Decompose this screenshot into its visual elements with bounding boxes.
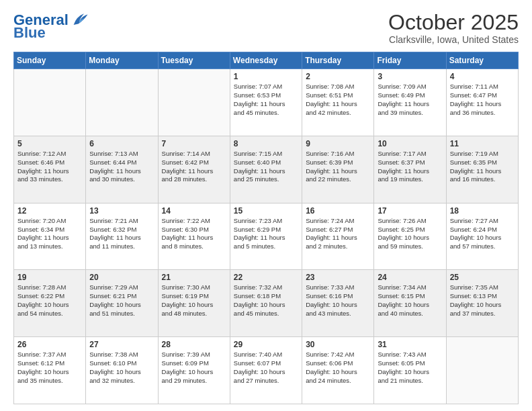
calendar-day-3: 3Sunrise: 7:09 AM Sunset: 6:49 PM Daylig… — [374, 69, 446, 136]
calendar-day-31: 31Sunrise: 7:43 AM Sunset: 6:05 PM Dayli… — [374, 337, 446, 404]
day-info: Sunrise: 7:15 AM Sunset: 6:40 PM Dayligh… — [234, 150, 298, 184]
day-info: Sunrise: 7:22 AM Sunset: 6:30 PM Dayligh… — [162, 217, 226, 251]
day-info: Sunrise: 7:35 AM Sunset: 6:13 PM Dayligh… — [450, 283, 515, 318]
day-info: Sunrise: 7:16 AM Sunset: 6:39 PM Dayligh… — [306, 150, 370, 184]
calendar-week-row: 5Sunrise: 7:12 AM Sunset: 6:46 PM Daylig… — [14, 136, 519, 203]
calendar-day-6: 6Sunrise: 7:13 AM Sunset: 6:44 PM Daylig… — [86, 136, 158, 203]
day-number: 30 — [306, 340, 370, 349]
calendar-day-14: 14Sunrise: 7:22 AM Sunset: 6:30 PM Dayli… — [158, 203, 230, 270]
month-title: October 2025 — [388, 11, 519, 34]
day-number: 1 — [234, 72, 298, 81]
title-block: October 2025 Clarksville, Iowa, United S… — [388, 11, 519, 45]
day-info: Sunrise: 7:08 AM Sunset: 6:51 PM Dayligh… — [306, 83, 370, 117]
calendar-day-5: 5Sunrise: 7:12 AM Sunset: 6:46 PM Daylig… — [14, 136, 86, 203]
calendar-day-11: 11Sunrise: 7:19 AM Sunset: 6:35 PM Dayli… — [446, 136, 518, 203]
day-info: Sunrise: 7:11 AM Sunset: 6:47 PM Dayligh… — [450, 83, 515, 117]
calendar-day-22: 22Sunrise: 7:32 AM Sunset: 6:18 PM Dayli… — [230, 270, 302, 337]
day-number: 13 — [89, 206, 154, 216]
day-number: 14 — [162, 206, 226, 216]
calendar-day-2: 2Sunrise: 7:08 AM Sunset: 6:51 PM Daylig… — [302, 69, 374, 136]
day-info: Sunrise: 7:26 AM Sunset: 6:25 PM Dayligh… — [378, 217, 442, 251]
day-info: Sunrise: 7:23 AM Sunset: 6:29 PM Dayligh… — [234, 217, 298, 251]
day-number: 7 — [162, 139, 226, 148]
calendar-day-7: 7Sunrise: 7:14 AM Sunset: 6:42 PM Daylig… — [158, 136, 230, 203]
calendar-header-thursday: Thursday — [302, 52, 374, 69]
calendar-day-29: 29Sunrise: 7:40 AM Sunset: 6:07 PM Dayli… — [230, 337, 302, 404]
calendar-header-friday: Friday — [374, 52, 446, 69]
calendar-day-15: 15Sunrise: 7:23 AM Sunset: 6:29 PM Dayli… — [230, 203, 302, 270]
day-number: 11 — [450, 139, 515, 148]
calendar-week-row: 12Sunrise: 7:20 AM Sunset: 6:34 PM Dayli… — [14, 203, 519, 270]
calendar-header-saturday: Saturday — [446, 52, 518, 69]
calendar-day-empty — [446, 337, 518, 404]
logo-bird-icon — [70, 11, 89, 30]
calendar-day-16: 16Sunrise: 7:24 AM Sunset: 6:27 PM Dayli… — [302, 203, 374, 270]
day-number: 24 — [378, 273, 442, 282]
day-number: 29 — [234, 340, 298, 349]
calendar-day-empty — [158, 69, 230, 136]
day-info: Sunrise: 7:33 AM Sunset: 6:16 PM Dayligh… — [306, 283, 370, 318]
day-number: 15 — [234, 206, 298, 216]
logo: General Blue — [13, 11, 89, 39]
calendar-day-18: 18Sunrise: 7:27 AM Sunset: 6:24 PM Dayli… — [446, 203, 518, 270]
day-number: 22 — [234, 273, 298, 282]
day-info: Sunrise: 7:21 AM Sunset: 6:32 PM Dayligh… — [89, 217, 154, 251]
day-info: Sunrise: 7:30 AM Sunset: 6:19 PM Dayligh… — [162, 283, 226, 318]
calendar-header-row: SundayMondayTuesdayWednesdayThursdayFrid… — [14, 52, 519, 69]
location: Clarksville, Iowa, United States — [388, 34, 519, 45]
day-number: 8 — [234, 139, 298, 148]
day-number: 16 — [306, 206, 370, 216]
calendar-day-21: 21Sunrise: 7:30 AM Sunset: 6:19 PM Dayli… — [158, 270, 230, 337]
logo-blue: Blue — [13, 27, 46, 39]
day-info: Sunrise: 7:40 AM Sunset: 6:07 PM Dayligh… — [234, 351, 298, 385]
calendar-day-13: 13Sunrise: 7:21 AM Sunset: 6:32 PM Dayli… — [86, 203, 158, 270]
day-number: 31 — [378, 340, 442, 349]
calendar-day-23: 23Sunrise: 7:33 AM Sunset: 6:16 PM Dayli… — [302, 270, 374, 337]
calendar-day-empty — [14, 69, 86, 136]
day-info: Sunrise: 7:13 AM Sunset: 6:44 PM Dayligh… — [89, 150, 154, 184]
calendar-day-4: 4Sunrise: 7:11 AM Sunset: 6:47 PM Daylig… — [446, 69, 518, 136]
day-number: 3 — [378, 72, 442, 81]
day-info: Sunrise: 7:38 AM Sunset: 6:10 PM Dayligh… — [89, 351, 154, 385]
day-number: 6 — [89, 139, 154, 148]
day-info: Sunrise: 7:19 AM Sunset: 6:35 PM Dayligh… — [450, 150, 515, 184]
calendar-day-1: 1Sunrise: 7:07 AM Sunset: 6:53 PM Daylig… — [230, 69, 302, 136]
day-info: Sunrise: 7:12 AM Sunset: 6:46 PM Dayligh… — [17, 150, 82, 184]
day-number: 25 — [450, 273, 515, 282]
day-number: 9 — [306, 139, 370, 148]
day-number: 4 — [450, 72, 515, 81]
day-info: Sunrise: 7:24 AM Sunset: 6:27 PM Dayligh… — [306, 217, 370, 251]
calendar-day-19: 19Sunrise: 7:28 AM Sunset: 6:22 PM Dayli… — [14, 270, 86, 337]
calendar-day-17: 17Sunrise: 7:26 AM Sunset: 6:25 PM Dayli… — [374, 203, 446, 270]
day-info: Sunrise: 7:14 AM Sunset: 6:42 PM Dayligh… — [162, 150, 226, 184]
calendar-day-27: 27Sunrise: 7:38 AM Sunset: 6:10 PM Dayli… — [86, 337, 158, 404]
day-number: 17 — [378, 206, 442, 216]
calendar-header-monday: Monday — [86, 52, 158, 69]
calendar-day-28: 28Sunrise: 7:39 AM Sunset: 6:09 PM Dayli… — [158, 337, 230, 404]
day-info: Sunrise: 7:28 AM Sunset: 6:22 PM Dayligh… — [17, 283, 82, 318]
calendar-day-20: 20Sunrise: 7:29 AM Sunset: 6:21 PM Dayli… — [86, 270, 158, 337]
calendar-table: SundayMondayTuesdayWednesdayThursdayFrid… — [13, 52, 519, 404]
calendar-day-25: 25Sunrise: 7:35 AM Sunset: 6:13 PM Dayli… — [446, 270, 518, 337]
calendar-day-26: 26Sunrise: 7:37 AM Sunset: 6:12 PM Dayli… — [14, 337, 86, 404]
day-info: Sunrise: 7:32 AM Sunset: 6:18 PM Dayligh… — [234, 283, 298, 318]
calendar-header-sunday: Sunday — [14, 52, 86, 69]
header: General Blue October 2025 Clarksville, I… — [13, 11, 519, 45]
day-info: Sunrise: 7:27 AM Sunset: 6:24 PM Dayligh… — [450, 217, 515, 251]
day-number: 27 — [89, 340, 154, 349]
calendar-day-10: 10Sunrise: 7:17 AM Sunset: 6:37 PM Dayli… — [374, 136, 446, 203]
calendar-week-row: 26Sunrise: 7:37 AM Sunset: 6:12 PM Dayli… — [14, 337, 519, 404]
day-info: Sunrise: 7:39 AM Sunset: 6:09 PM Dayligh… — [162, 351, 226, 385]
calendar-day-9: 9Sunrise: 7:16 AM Sunset: 6:39 PM Daylig… — [302, 136, 374, 203]
day-number: 20 — [89, 273, 154, 282]
day-info: Sunrise: 7:42 AM Sunset: 6:06 PM Dayligh… — [306, 351, 370, 385]
calendar-day-24: 24Sunrise: 7:34 AM Sunset: 6:15 PM Dayli… — [374, 270, 446, 337]
day-number: 23 — [306, 273, 370, 282]
calendar-header-tuesday: Tuesday — [158, 52, 230, 69]
day-info: Sunrise: 7:20 AM Sunset: 6:34 PM Dayligh… — [17, 217, 82, 251]
day-number: 28 — [162, 340, 226, 349]
day-info: Sunrise: 7:43 AM Sunset: 6:05 PM Dayligh… — [378, 351, 442, 385]
calendar-day-12: 12Sunrise: 7:20 AM Sunset: 6:34 PM Dayli… — [14, 203, 86, 270]
calendar-week-row: 19Sunrise: 7:28 AM Sunset: 6:22 PM Dayli… — [14, 270, 519, 337]
day-info: Sunrise: 7:17 AM Sunset: 6:37 PM Dayligh… — [378, 150, 442, 184]
